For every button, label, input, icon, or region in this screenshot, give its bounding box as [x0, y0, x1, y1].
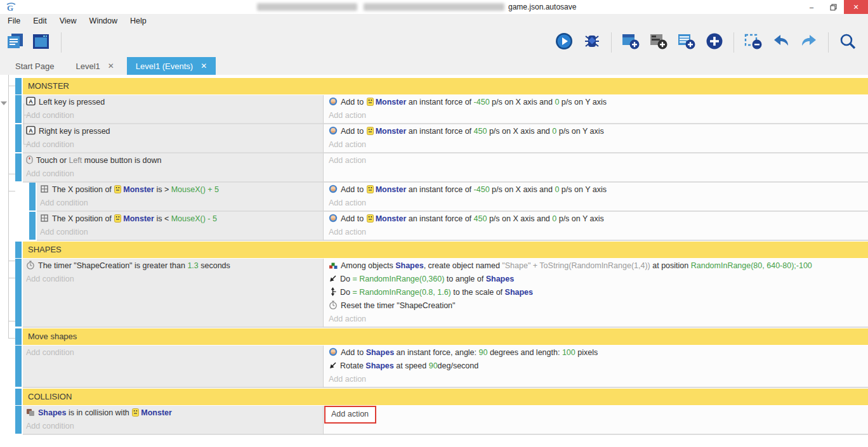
project-manager-icon[interactable] — [5, 32, 25, 53]
action[interactable]: Among objects Shapes, create object name… — [329, 259, 868, 273]
scene-editor-icon[interactable] — [30, 32, 51, 53]
force-icon — [329, 126, 338, 138]
text-segment: p/s on Y axis — [559, 185, 607, 194]
add-condition-button[interactable]: Add condition — [26, 273, 323, 286]
event-color-bar[interactable] — [15, 124, 22, 152]
event-color-bar[interactable] — [15, 78, 22, 94]
add-condition-button[interactable]: Add condition — [26, 109, 323, 122]
condition[interactable]: The timer "ShapeCreation" is greater tha… — [26, 259, 323, 273]
redo-icon[interactable] — [799, 32, 819, 53]
action[interactable]: Add to Shapes an instant force, angle: 9… — [329, 346, 868, 360]
scale-icon — [329, 287, 337, 299]
tab-start-page[interactable]: Start Page — [6, 57, 63, 75]
text-segment: p/s on X axis and — [487, 214, 552, 223]
condition[interactable]: The X position of Monster is > MouseX() … — [40, 183, 323, 197]
menu-window[interactable]: Window — [83, 16, 124, 25]
tab-level1[interactable]: Level1✕ — [67, 57, 122, 75]
force-icon — [329, 347, 338, 360]
search-icon[interactable] — [838, 32, 858, 53]
minimize-icon[interactable]: – — [801, 0, 822, 14]
action[interactable]: Do = RandomInRange(0,360) to angle of Sh… — [329, 273, 868, 286]
add-new-icon[interactable] — [704, 32, 725, 53]
add-action-button[interactable]: Add action — [329, 373, 868, 386]
text-segment: an instant force of — [406, 185, 473, 194]
add-subevent-icon[interactable] — [648, 32, 669, 53]
object-name: Shapes — [365, 361, 393, 370]
object-name: Shapes — [38, 408, 66, 417]
action[interactable]: Add to Monster an instant force of 450 p… — [329, 125, 868, 138]
svg-text:A: A — [29, 127, 33, 134]
add-condition-button[interactable]: Add condition — [26, 420, 323, 433]
add-comment-icon[interactable] — [676, 32, 697, 53]
add-event-icon[interactable] — [621, 32, 641, 53]
tab-close-icon[interactable]: ✕ — [108, 62, 114, 70]
action[interactable]: Add to Monster an instant force of -450 … — [329, 183, 868, 197]
close-icon[interactable]: ✕ — [844, 0, 868, 14]
restore-icon[interactable] — [822, 0, 844, 14]
comment-label[interactable]: MONSTER — [23, 78, 868, 94]
action[interactable]: Rotate Shapes at speed 90deg/second — [329, 360, 868, 373]
menu-help[interactable]: Help — [124, 16, 153, 25]
tree-tick — [8, 174, 15, 174]
condition[interactable]: Shapes is in collision with Monster — [26, 406, 323, 420]
add-action-button[interactable]: Add action — [329, 138, 868, 152]
menu-view[interactable]: View — [53, 16, 83, 25]
event-color-bar[interactable] — [15, 328, 22, 345]
add-condition-button[interactable]: Add condition — [40, 197, 323, 210]
text-segment: Do — [340, 275, 352, 283]
comment-label[interactable]: SHAPES — [23, 242, 868, 258]
add-action-button[interactable]: Add action — [329, 109, 868, 122]
add-action-button[interactable]: Add action — [329, 154, 868, 167]
event-color-bar[interactable] — [15, 406, 22, 434]
add-action-button[interactable]: Add action — [329, 226, 868, 239]
highlighted-add-action[interactable]: Add action — [324, 406, 376, 424]
action[interactable]: Add to Monster an instant force of -450 … — [329, 96, 868, 109]
action[interactable]: Reset the timer "ShapeCreation" — [329, 299, 868, 313]
tree-line — [8, 75, 9, 338]
debug-icon[interactable] — [582, 32, 602, 53]
event-color-bar[interactable] — [15, 346, 22, 387]
condition[interactable]: Touch or Left mouse button is down — [26, 154, 323, 167]
menu-edit[interactable]: Edit — [27, 16, 53, 25]
event-color-bar[interactable] — [29, 183, 36, 211]
tree-line — [23, 103, 24, 144]
add-condition-button[interactable]: Add condition — [26, 346, 323, 360]
action[interactable]: Do = RandomInRange(0.8, 1.6) to the scal… — [329, 286, 868, 299]
add-action-button[interactable]: Add action — [329, 313, 868, 326]
monster-icon — [367, 214, 374, 226]
position-icon — [40, 214, 49, 226]
add-action-button[interactable]: Add action — [329, 197, 868, 210]
event-color-bar[interactable] — [15, 153, 22, 181]
menu-file[interactable]: File — [1, 16, 27, 25]
collapse-arrow-icon[interactable] — [1, 101, 7, 105]
condition[interactable]: ARight key is pressed — [26, 125, 323, 138]
actions-cell: Add to Monster an instant force of -450 … — [324, 95, 868, 124]
add-condition-button[interactable]: Add condition — [26, 138, 323, 152]
add-condition-button[interactable]: Add condition — [26, 167, 323, 181]
event-color-bar[interactable] — [29, 212, 36, 240]
redacted-title-segment — [257, 3, 357, 11]
event-color-bar[interactable] — [15, 242, 22, 258]
play-icon[interactable] — [554, 32, 574, 53]
add-condition-button[interactable]: Add condition — [40, 226, 323, 239]
comment-label[interactable]: Move shapes — [23, 328, 868, 345]
force-icon — [329, 185, 338, 197]
remove-selection-icon[interactable] — [743, 32, 763, 53]
add-action-button[interactable]: Add action — [329, 406, 868, 420]
comment-label[interactable]: COLLISION — [23, 389, 868, 405]
monster-icon — [367, 126, 374, 138]
add-new-icon — [706, 32, 723, 53]
project-manager-icon — [6, 32, 25, 53]
event-color-bar[interactable] — [15, 259, 22, 327]
condition[interactable]: ALeft key is pressed — [26, 96, 323, 109]
add-event-icon — [621, 32, 640, 53]
tab-close-icon[interactable]: ✕ — [201, 62, 207, 70]
condition[interactable]: The X position of Monster is < MouseX() … — [40, 212, 323, 226]
text-segment: The X position of — [52, 185, 114, 194]
tab-level1-events-[interactable]: Level1 (Events)✕ — [127, 57, 216, 75]
action[interactable]: Add to Monster an instant force of 450 p… — [329, 212, 868, 226]
keyboard-icon: A — [26, 96, 36, 109]
undo-icon[interactable] — [771, 32, 791, 53]
event-color-bar[interactable] — [15, 95, 22, 123]
event-color-bar[interactable] — [15, 389, 22, 405]
